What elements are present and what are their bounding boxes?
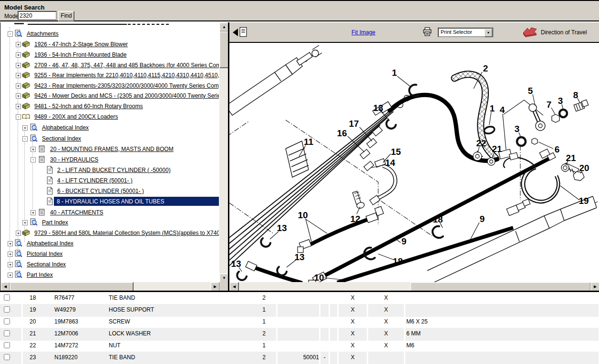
callout[interactable]: 12 xyxy=(350,214,360,224)
scroll-up-button[interactable]: ▲ xyxy=(219,22,229,32)
expand-toggle[interactable]: + xyxy=(16,231,21,236)
callout[interactable]: 8 xyxy=(573,90,578,100)
callout[interactable]: 14 xyxy=(385,158,395,168)
expand-toggle[interactable]: + xyxy=(8,241,13,246)
expand-toggle[interactable]: + xyxy=(22,220,28,225)
expand-toggle[interactable]: + xyxy=(16,83,21,89)
callout[interactable]: 7 xyxy=(547,100,552,110)
expand-toggle[interactable]: + xyxy=(8,262,13,267)
row-select-checkbox[interactable] xyxy=(4,306,10,313)
scroll-down-button[interactable]: ▼ xyxy=(219,273,229,283)
find-button[interactable]: Find xyxy=(58,11,74,21)
row-select-checkbox[interactable] xyxy=(4,354,10,360)
expand-toggle[interactable]: + xyxy=(16,63,21,68)
callout[interactable]: 21 xyxy=(492,144,502,154)
model-input[interactable] xyxy=(18,11,57,20)
tree-item-figure[interactable]: 6 - BUCKET CYLINDER (50001- ) xyxy=(57,188,144,194)
tree-item-figure[interactable]: 4 - LIFT CYLINDER (50001- ) xyxy=(57,177,133,184)
callout[interactable]: 13 xyxy=(373,103,383,113)
scroll-left-button[interactable]: ◀ xyxy=(229,282,239,292)
tree-item-attachments[interactable]: Attachments xyxy=(27,30,59,37)
tree-item-sectional-index[interactable]: Sectional Index xyxy=(42,135,81,142)
row-select-checkbox[interactable] xyxy=(4,294,10,301)
callout[interactable]: 1 xyxy=(392,68,397,78)
print-selector-dropdown[interactable]: Print Selector ▼ xyxy=(438,28,494,37)
callout[interactable]: 3 xyxy=(558,96,563,106)
expand-toggle[interactable]: + xyxy=(8,252,13,257)
expand-toggle[interactable]: + xyxy=(16,73,21,78)
dropdown-arrow-icon[interactable]: ▼ xyxy=(484,29,493,37)
scroll-right-button[interactable]: ▶ xyxy=(210,282,220,292)
expand-toggle[interactable]: - xyxy=(16,114,21,120)
expand-toggle[interactable]: + xyxy=(16,42,21,47)
fit-image-link[interactable]: Fit Image xyxy=(351,29,375,36)
tree-item-model[interactable]: 9423 - Rear Implements-2305/3203/2000/30… xyxy=(34,82,219,89)
table-row[interactable]: 19 W49279 HOSE SUPPORT 1 X X xyxy=(0,304,599,316)
callout[interactable]: 15 xyxy=(391,147,401,157)
tree-item-alphabetical-index[interactable]: Alphabetical Index xyxy=(27,240,73,247)
callout[interactable]: 9 xyxy=(480,214,485,224)
table-row[interactable]: 18 R76477 TIE BAND 2 X X xyxy=(0,292,599,304)
callout[interactable]: 2 xyxy=(483,63,488,73)
callout[interactable]: 1 xyxy=(490,103,495,113)
printer-icon[interactable] xyxy=(423,27,432,39)
expand-toggle[interactable]: - xyxy=(31,157,36,162)
expand-toggle[interactable]: - xyxy=(22,136,28,142)
table-row[interactable]: 22 14M7272 NUT 1 X X M6 xyxy=(0,340,599,352)
tree-item-section[interactable]: 30 - HYDRAULICS xyxy=(50,156,98,163)
scroll-thumb[interactable] xyxy=(219,31,229,68)
expand-toggle[interactable]: - xyxy=(8,31,13,37)
scroll-right-button[interactable]: ▶ xyxy=(590,282,599,292)
callout[interactable]: 16 xyxy=(337,128,347,138)
tree-item-section[interactable]: 20 - MOUNTING FRAMES, MASTS AND BOOM xyxy=(50,146,174,152)
scroll-left-button[interactable]: ◀ xyxy=(0,282,10,292)
tree-horizontal-scrollbar[interactable]: ◀ ▶ xyxy=(0,282,219,291)
tree-item-model[interactable]: 9426 - Mower Decks and MCS - (2305 and 2… xyxy=(34,92,219,99)
table-row[interactable]: 20 19M7863 SCREW 1 X X M6 X 25 xyxy=(0,316,599,328)
callout[interactable]: 6 xyxy=(555,144,560,154)
callout[interactable]: 18 xyxy=(433,214,443,224)
row-select-checkbox[interactable] xyxy=(4,318,10,324)
callout[interactable]: 21 xyxy=(566,153,576,163)
tree-item-figure[interactable]: 2 - LIFT AND BUCKET CYLINDER ( -50000) xyxy=(57,167,171,173)
callout[interactable]: 13 xyxy=(277,223,287,233)
tree-item-pictorial-index[interactable]: Pictorial Index xyxy=(27,251,62,257)
callout[interactable]: 18 xyxy=(392,256,403,266)
callout[interactable]: 17 xyxy=(349,119,359,129)
tree-item-model[interactable]: 9481 - 52-Inch and 60-Inch Rotary Brooms xyxy=(34,103,143,110)
tree-item-part-index[interactable]: Part Index xyxy=(42,219,68,226)
expand-toggle[interactable]: + xyxy=(31,210,36,215)
scroll-thumb[interactable] xyxy=(410,282,591,292)
callout[interactable]: 22 xyxy=(476,138,486,148)
tree-item-model[interactable]: 1936 - 54-Inch Front-Mounted Blade xyxy=(34,51,126,58)
table-row[interactable]: 21 12M7006 LOCK WASHER 2 X X 6 MM xyxy=(0,328,599,340)
expand-toggle[interactable]: + xyxy=(16,93,21,99)
callout[interactable]: 10 xyxy=(298,210,308,220)
tree-item-loaders[interactable]: 9489 - 200X and 200CX Loaders xyxy=(34,113,118,120)
tree-item-model[interactable]: 9255 - Rear Implements for 2210,4010,411… xyxy=(34,72,219,79)
expand-toggle[interactable]: + xyxy=(16,52,21,58)
back-arrow-icon[interactable] xyxy=(233,29,238,36)
callout[interactable]: 10 xyxy=(314,273,324,282)
callout[interactable]: 11 xyxy=(304,137,314,147)
callout[interactable]: 19 xyxy=(578,196,589,206)
callout[interactable]: 9 xyxy=(402,236,407,246)
scroll-thumb[interactable] xyxy=(10,282,134,292)
tree-vertical-scrollbar[interactable]: ▲ ▼ xyxy=(219,22,228,282)
tree-item-part-index[interactable]: Part Index xyxy=(27,272,53,278)
expand-toggle[interactable]: + xyxy=(31,147,36,152)
row-select-checkbox[interactable] xyxy=(4,330,10,336)
expand-toggle[interactable]: + xyxy=(22,125,28,131)
table-row[interactable]: 23 N189220 TIE BAND 2 50001 - X xyxy=(0,352,599,364)
tree-item-model[interactable]: 1926 - 47-Inch 2-Stage Snow Blower xyxy=(34,41,128,48)
tree-item-figure-selected[interactable]: 8 - HYDRAULIC HOSES AND OIL TUBES xyxy=(54,197,219,206)
tree-item-model[interactable]: 2709 - 46, 47, 48, 375, 447, 448 and 485… xyxy=(34,62,219,69)
diagram-horizontal-scrollbar[interactable]: ◀ ▶ xyxy=(229,282,599,291)
callout[interactable]: 13 xyxy=(294,252,304,262)
page-navigation-icon[interactable] xyxy=(239,27,248,39)
callout[interactable]: 13 xyxy=(231,259,241,269)
row-select-checkbox[interactable] xyxy=(4,342,10,348)
callout[interactable]: 20 xyxy=(579,163,589,173)
callout[interactable]: 3 xyxy=(515,124,520,134)
tree-item-alphabetical-index[interactable]: Alphabetical Index xyxy=(42,124,89,131)
